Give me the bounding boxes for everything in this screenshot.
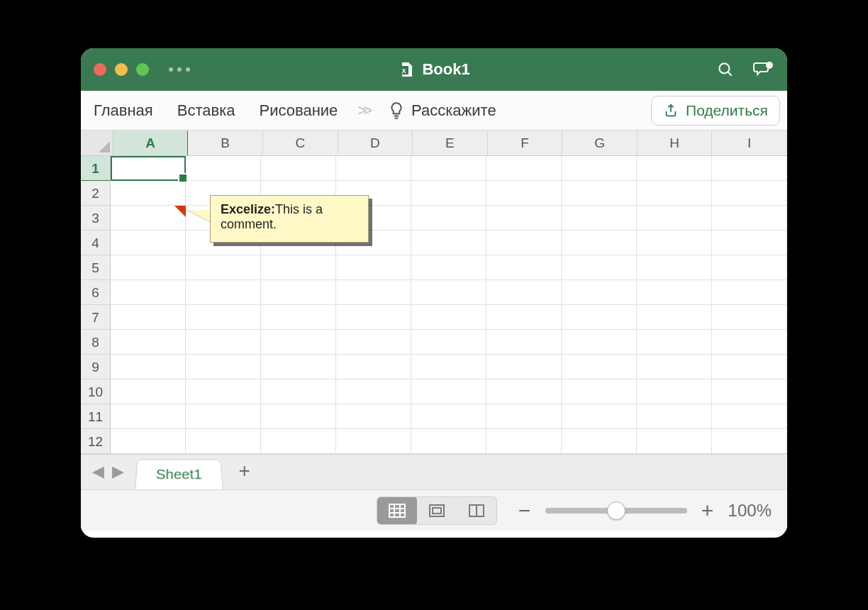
cell[interactable] — [486, 231, 562, 255]
cell[interactable] — [111, 355, 186, 379]
cell[interactable] — [186, 330, 261, 355]
cell[interactable] — [712, 156, 787, 181]
comments-pane-icon[interactable] — [753, 60, 774, 79]
col-header-I[interactable]: I — [712, 131, 787, 155]
row-header-10[interactable]: 10 — [81, 379, 110, 404]
share-button[interactable]: Поделиться — [651, 96, 780, 126]
cell[interactable] — [186, 255, 261, 280]
cell[interactable] — [111, 404, 186, 429]
comment-popup[interactable]: Excelize:This is a comment. — [210, 195, 369, 243]
row-header-7[interactable]: 7 — [81, 305, 110, 330]
cell[interactable] — [486, 181, 562, 206]
view-normal-button[interactable] — [377, 497, 417, 524]
row-header-9[interactable]: 9 — [81, 355, 110, 379]
row-header-6[interactable]: 6 — [81, 280, 110, 305]
cell[interactable] — [637, 181, 712, 206]
select-all-corner[interactable] — [81, 131, 113, 155]
col-header-G[interactable]: G — [562, 131, 638, 155]
cell[interactable] — [111, 305, 186, 330]
cell[interactable] — [637, 231, 712, 255]
row-header-2[interactable]: 2 — [81, 181, 110, 206]
cell[interactable] — [712, 429, 787, 454]
cell[interactable] — [562, 280, 637, 305]
cell[interactable] — [562, 231, 637, 255]
cell[interactable] — [486, 355, 562, 379]
more-menu-button[interactable] — [169, 67, 190, 72]
cell[interactable] — [111, 181, 186, 206]
cell[interactable] — [637, 379, 712, 404]
worksheet-grid[interactable]: 1 2 3 4 5 6 7 8 9 10 11 12 // (cells gen… — [81, 156, 787, 454]
cell[interactable] — [336, 255, 411, 280]
cell[interactable] — [562, 379, 637, 404]
row-header-3[interactable]: 3 — [81, 206, 110, 231]
sheet-nav-next-icon[interactable]: ▶ — [108, 462, 128, 489]
cell[interactable] — [336, 429, 411, 454]
cell[interactable] — [562, 181, 637, 206]
cell[interactable] — [411, 429, 486, 454]
col-header-A[interactable]: A — [113, 131, 189, 155]
cell[interactable] — [261, 305, 336, 330]
cell[interactable] — [111, 330, 186, 355]
cell[interactable] — [486, 330, 562, 355]
zoom-in-button[interactable]: + — [700, 499, 716, 523]
cell[interactable] — [562, 429, 637, 454]
cell[interactable] — [637, 404, 712, 429]
cell[interactable] — [562, 206, 637, 231]
cell[interactable] — [712, 330, 787, 355]
row-header-12[interactable]: 12 — [81, 429, 110, 454]
cell[interactable] — [186, 355, 261, 379]
cell[interactable] — [336, 355, 411, 379]
cell[interactable] — [562, 156, 637, 181]
zoom-level[interactable]: 100% — [728, 501, 772, 521]
cell[interactable] — [261, 280, 336, 305]
cell[interactable] — [712, 280, 787, 305]
cell[interactable] — [411, 355, 486, 379]
row-header-1[interactable]: 1 — [81, 156, 110, 181]
ribbon-tab-home[interactable]: Главная — [94, 101, 153, 120]
cell[interactable] — [411, 255, 486, 280]
col-header-E[interactable]: E — [413, 131, 488, 155]
cell[interactable] — [637, 156, 712, 181]
col-header-D[interactable]: D — [338, 131, 413, 155]
cell[interactable] — [261, 429, 336, 454]
cell[interactable] — [637, 330, 712, 355]
cell[interactable] — [186, 379, 261, 404]
cell[interactable] — [712, 379, 787, 404]
cell[interactable] — [486, 305, 562, 330]
cell[interactable] — [261, 355, 336, 379]
row-header-8[interactable]: 8 — [81, 330, 110, 355]
cell[interactable] — [186, 429, 261, 454]
cell[interactable] — [261, 330, 336, 355]
cells-area[interactable]: // (cells generated below after data-bin… — [111, 156, 787, 454]
cell[interactable] — [486, 280, 562, 305]
maximize-window-button[interactable] — [136, 63, 149, 76]
cell[interactable] — [562, 404, 637, 429]
cell[interactable] — [486, 206, 562, 231]
cell[interactable] — [111, 156, 186, 181]
sheet-nav-prev-icon[interactable]: ◀ — [88, 462, 108, 489]
row-header-4[interactable]: 4 — [81, 231, 110, 255]
zoom-out-button[interactable]: − — [517, 499, 533, 523]
cell[interactable] — [712, 404, 787, 429]
close-window-button[interactable] — [94, 63, 106, 76]
cell[interactable] — [486, 379, 562, 404]
cell[interactable] — [411, 305, 486, 330]
cell[interactable] — [712, 355, 787, 379]
cell[interactable] — [411, 404, 486, 429]
ribbon-overflow-icon[interactable]: >> — [357, 101, 369, 120]
cell[interactable] — [186, 280, 261, 305]
cell[interactable] — [486, 156, 562, 181]
cell[interactable] — [411, 206, 486, 231]
cell[interactable] — [261, 379, 336, 404]
add-sheet-button[interactable]: + — [239, 460, 250, 489]
cell[interactable] — [637, 255, 712, 280]
cell[interactable] — [111, 429, 186, 454]
cell[interactable] — [712, 305, 787, 330]
row-header-5[interactable]: 5 — [81, 255, 110, 280]
zoom-slider-thumb[interactable] — [607, 501, 625, 520]
cell[interactable] — [186, 404, 261, 429]
cell[interactable] — [336, 156, 411, 181]
view-page-break-button[interactable] — [457, 497, 496, 524]
cell[interactable] — [336, 330, 411, 355]
cell[interactable] — [486, 404, 562, 429]
